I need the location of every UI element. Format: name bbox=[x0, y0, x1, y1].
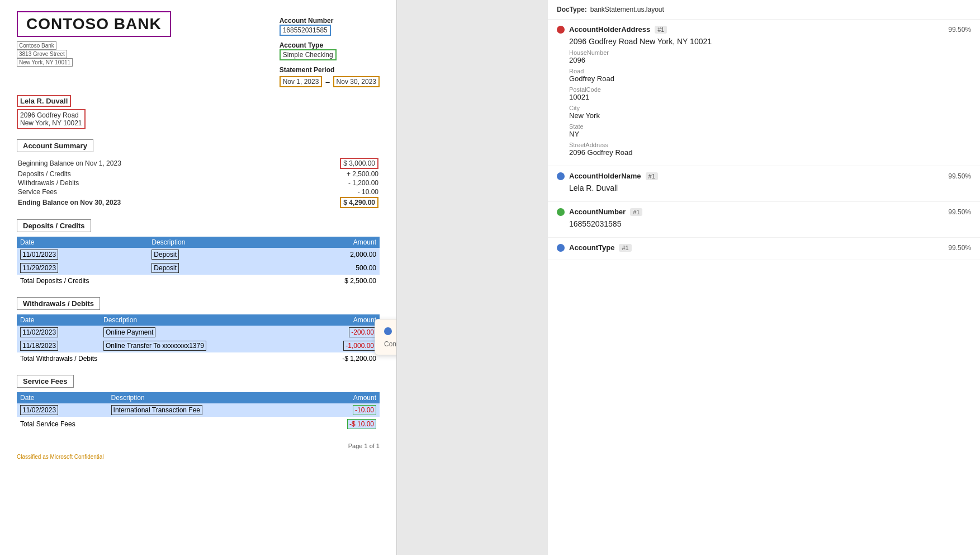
prop-badge-acctnum: #1 bbox=[630, 208, 642, 216]
prop-title-left-accttype: AccountType #1 bbox=[557, 243, 632, 252]
sub-value-state: NY bbox=[569, 130, 971, 138]
deposit-row-2: 11/29/2023 Deposit 500.00 bbox=[17, 261, 380, 275]
prop-confidence-address: 99.50% bbox=[948, 26, 971, 34]
prop-sub-address: HouseNumber 2096 Road Godfrey Road Posta… bbox=[557, 49, 971, 157]
deposits-total-label: Total Deposits / Credits bbox=[17, 275, 267, 287]
prop-title-row-acctnum: AccountNumber #1 99.50% bbox=[557, 208, 971, 216]
withdrawals-col-desc: Description bbox=[100, 314, 304, 326]
sub-street-address: StreetAddress 2096 Godfrey Road bbox=[569, 142, 971, 157]
deposits-section: Deposits / Credits Date Description Amou… bbox=[17, 219, 380, 287]
sub-value-street: 2096 Godfrey Road bbox=[569, 148, 971, 157]
account-info-right: Account Number 168552031585 Account Type… bbox=[280, 17, 380, 87]
bank-addr1: 3813 Grove Street bbox=[17, 50, 67, 58]
sub-postal-code: PostalCode 10021 bbox=[569, 86, 971, 101]
summary-label-withdrawals: Withdrawals / Debits bbox=[18, 179, 283, 187]
account-type-value: Simple Checking bbox=[280, 49, 337, 60]
sub-label-house: HouseNumber bbox=[569, 49, 971, 56]
prop-value-address: 2096 Godfrey Road New York, NY 10021 bbox=[557, 36, 971, 49]
deposits-total-row: Total Deposits / Credits $ 2,500.00 bbox=[17, 275, 380, 287]
account-type-label: Account Type bbox=[280, 41, 380, 49]
deposits-col-date: Date bbox=[17, 237, 148, 248]
fees-total-label: Total Service Fees bbox=[17, 417, 307, 431]
tooltip-header: Transactions bbox=[384, 326, 397, 336]
prop-confidence-accttype: 99.50% bbox=[948, 244, 971, 252]
holder-block: Lela R. Duvall 2096 Godfrey Road New Yor… bbox=[17, 95, 380, 129]
prop-title-left-name: AccountHolderName #1 bbox=[557, 172, 658, 180]
prop-value-holdername: Lela R. Duvall bbox=[557, 182, 971, 196]
fee-desc-1: International Transaction Fee bbox=[108, 403, 307, 417]
summary-label-ending: Ending Balance on Nov 30, 2023 bbox=[18, 197, 283, 208]
fee-date-1: 11/02/2023 bbox=[17, 403, 108, 417]
prop-title-row-name: AccountHolderName #1 99.50% bbox=[557, 172, 971, 180]
summary-label-deposits: Deposits / Credits bbox=[18, 170, 283, 178]
withdrawal-date-2: 11/18/2023 bbox=[17, 339, 100, 352]
fees-total-amount: -$ 10.00 bbox=[307, 417, 380, 431]
sub-value-city: New York bbox=[569, 111, 971, 120]
deposit-amount-1: 2,000.00 bbox=[267, 248, 380, 261]
deposit-desc-2: Deposit bbox=[148, 261, 267, 275]
holder-addr2: New York, NY 10021 bbox=[20, 119, 82, 127]
holder-name: Lela R. Duvall bbox=[17, 95, 71, 107]
prop-dot-address bbox=[557, 26, 565, 34]
prop-badge-address: #1 bbox=[655, 26, 667, 34]
sub-road: Road Godfrey Road bbox=[569, 68, 971, 83]
prop-confidence-holdername: 99.50% bbox=[948, 172, 971, 180]
fees-col-amount: Amount bbox=[307, 392, 380, 403]
withdrawal-date-1: 11/02/2023 bbox=[17, 326, 100, 339]
statement-period-row: Nov 1, 2023 – Nov 30, 2023 bbox=[280, 76, 380, 87]
fee-row-1: 11/02/2023 International Transaction Fee… bbox=[17, 403, 380, 417]
summary-row-fees: Service Fees - 10.00 bbox=[18, 188, 378, 196]
summary-label-beginning: Beginning Balance on Nov 1, 2023 bbox=[18, 158, 283, 169]
holder-address: 2096 Godfrey Road New York, NY 10021 bbox=[17, 109, 86, 129]
period-end: Nov 30, 2023 bbox=[333, 76, 380, 87]
deposit-date-1: 11/01/2023 bbox=[17, 248, 148, 261]
tooltip-content-label: Content bbox=[384, 340, 397, 348]
fees-col-date: Date bbox=[17, 392, 108, 403]
holder-addr1: 2096 Godfrey Road bbox=[20, 111, 79, 119]
summary-row-beginning: Beginning Balance on Nov 1, 2023 $ 3,000… bbox=[18, 158, 378, 169]
tooltip-dot-icon bbox=[384, 327, 392, 335]
deposit-row-1: 11/01/2023 Deposit 2,000.00 bbox=[17, 248, 380, 261]
withdrawals-table: Date Description Amount 11/02/2023 Onlin… bbox=[17, 314, 380, 365]
withdrawal-amount-1: -200.00 bbox=[304, 326, 380, 339]
bank-logo-text: CONTOSO BANK bbox=[26, 15, 162, 32]
sub-value-postal: 10021 bbox=[569, 93, 971, 101]
sub-value-road: Godfrey Road bbox=[569, 74, 971, 83]
deposits-table: Date Description Amount 11/01/2023 Depos… bbox=[17, 237, 380, 287]
middle-panel bbox=[397, 0, 548, 555]
service-fees-table: Date Description Amount 11/02/2023 Inter… bbox=[17, 392, 380, 431]
deposits-col-amount: Amount bbox=[267, 237, 380, 248]
beginning-balance-box: $ 3,000.00 bbox=[340, 158, 378, 169]
service-fees-title: Service Fees bbox=[17, 375, 74, 388]
account-number-label: Account Number bbox=[280, 17, 380, 25]
summary-amount-deposits: + 2,500.00 bbox=[285, 170, 378, 178]
deposit-amount-2: 500.00 bbox=[267, 261, 380, 275]
right-panel: DocType: bankStatement.us.layout Account… bbox=[548, 0, 980, 555]
prop-badge-holdername: #1 bbox=[646, 172, 658, 180]
summary-amount-fees: - 10.00 bbox=[285, 188, 378, 196]
withdrawal-desc-1: Online Payment bbox=[100, 326, 304, 339]
sub-label-postal: PostalCode bbox=[569, 86, 971, 93]
doctype-key: DocType: bbox=[557, 6, 587, 13]
prop-badge-accttype: #1 bbox=[619, 244, 631, 252]
bank-addr2: New York, NY 10011 bbox=[17, 58, 73, 67]
sub-label-state: State bbox=[569, 123, 971, 130]
statement-period-label: Statement Period bbox=[280, 66, 380, 74]
sub-label-street: StreetAddress bbox=[569, 142, 971, 148]
bank-address: Contoso Bank 3813 Grove Street New York,… bbox=[17, 41, 171, 67]
fees-total-row: Total Service Fees -$ 10.00 bbox=[17, 417, 380, 431]
withdrawals-section: Withdrawals / Debits Date Description Am… bbox=[17, 297, 380, 365]
prop-name-address: AccountHolderAddress bbox=[569, 25, 650, 34]
page-number: Page 1 of 1 bbox=[17, 443, 380, 449]
bank-company: Contoso Bank bbox=[17, 41, 56, 50]
summary-label-fees: Service Fees bbox=[18, 188, 283, 196]
period-dash: – bbox=[325, 78, 329, 86]
deposit-desc-1: Deposit bbox=[148, 248, 267, 261]
prop-name-acctnum: AccountNumber bbox=[569, 208, 626, 216]
prop-name-holdername: AccountHolderName bbox=[569, 172, 641, 180]
withdrawal-row-1: 11/02/2023 Online Payment -200.00 bbox=[17, 326, 380, 339]
sub-house-number: HouseNumber 2096 bbox=[569, 49, 971, 64]
prop-dot-acctnum bbox=[557, 208, 565, 216]
sub-label-road: Road bbox=[569, 68, 971, 74]
account-summary-title: Account Summary bbox=[17, 139, 93, 152]
